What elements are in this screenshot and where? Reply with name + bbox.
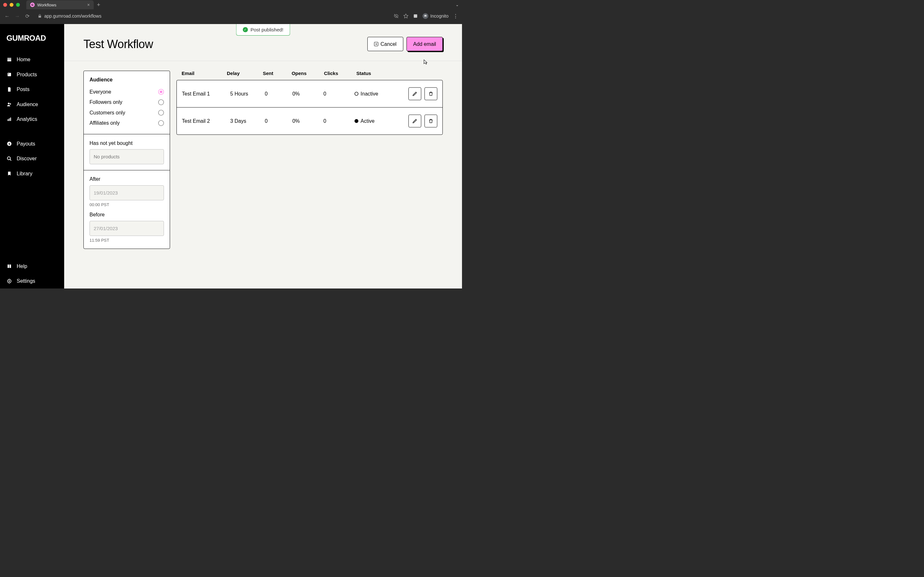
reload-button[interactable]: ⟳ <box>24 13 31 19</box>
tab-title: Workflows <box>37 2 57 7</box>
after-label: After <box>89 176 164 182</box>
forward-button[interactable]: → <box>14 13 21 19</box>
before-time-hint: 11:59 PST <box>89 238 164 243</box>
col-opens: Opens <box>292 71 324 76</box>
edit-button[interactable] <box>409 115 421 127</box>
sidebar-item-label: Settings <box>17 278 35 284</box>
url-text: app.gumroad.com/workflows <box>44 13 102 19</box>
cell-status: Active <box>355 118 396 124</box>
audience-option-affiliates[interactable]: Affiliates only <box>89 118 164 129</box>
cell-clicks: 0 <box>323 118 355 124</box>
sidebar-item-analytics[interactable]: Analytics <box>0 112 64 127</box>
cell-sent: 0 <box>265 91 292 97</box>
option-label: Affiliates only <box>89 120 120 126</box>
status-text: Active <box>360 118 375 124</box>
edit-button[interactable] <box>409 87 421 100</box>
tab-bar: G Workflows × + ⌄ <box>0 0 462 10</box>
emails-table: Email Delay Sent Opens Clicks Status Tes… <box>176 71 443 249</box>
x-icon: ✕ <box>374 42 378 46</box>
audience-option-customers[interactable]: Customers only <box>89 107 164 118</box>
svg-point-6 <box>8 73 9 74</box>
gear-icon <box>6 278 12 284</box>
radio-icon <box>158 99 164 105</box>
cancel-button[interactable]: ✕ Cancel <box>367 37 403 51</box>
sidebar-item-label: Help <box>17 263 27 269</box>
menu-icon[interactable]: ⋮ <box>453 13 458 19</box>
tabs-dropdown-icon[interactable]: ⌄ <box>456 3 459 7</box>
delete-button[interactable] <box>425 87 437 100</box>
cell-opens: 0% <box>292 91 323 97</box>
incognito-icon <box>423 13 428 19</box>
maximize-window-button[interactable] <box>16 3 20 7</box>
svg-point-14 <box>7 157 10 160</box>
option-label: Followers only <box>89 99 122 105</box>
status-text: Inactive <box>360 91 378 97</box>
sidebar-item-label: Home <box>17 57 31 63</box>
svg-rect-0 <box>414 15 417 18</box>
sidebar-item-audience[interactable]: Audience <box>0 97 64 112</box>
sidebar-item-label: Products <box>17 71 37 77</box>
eye-off-icon[interactable] <box>394 13 399 19</box>
sidebar-item-settings[interactable]: Settings <box>0 274 64 289</box>
page-title: Test Workflow <box>83 37 153 51</box>
col-status: Status <box>357 71 400 76</box>
before-date-input[interactable] <box>89 221 164 236</box>
before-label: Before <box>89 212 164 218</box>
svg-rect-11 <box>10 117 11 121</box>
incognito-badge[interactable]: Incognito <box>423 13 449 19</box>
sidebar-item-help[interactable]: Help <box>0 259 64 274</box>
window-controls <box>3 3 20 7</box>
close-window-button[interactable] <box>3 3 7 7</box>
sidebar-item-label: Payouts <box>17 141 35 147</box>
close-tab-icon[interactable]: × <box>87 2 90 7</box>
delete-button[interactable] <box>425 115 437 127</box>
col-email: Email <box>176 71 227 76</box>
sidebar-item-library[interactable]: Library <box>0 166 64 181</box>
cell-clicks: 0 <box>323 91 355 97</box>
svg-point-7 <box>8 103 9 104</box>
sidebar-item-home[interactable]: Home <box>0 52 64 67</box>
minimize-window-button[interactable] <box>10 3 13 7</box>
svg-rect-4 <box>7 59 11 61</box>
logo[interactable]: GUMROAD <box>0 31 64 52</box>
toast-notification: ✓ Post published! <box>236 24 290 35</box>
users-icon <box>6 101 12 107</box>
home-icon <box>6 57 12 63</box>
sidebar-item-products[interactable]: Products <box>0 67 64 82</box>
extensions-icon[interactable] <box>413 13 418 19</box>
document-icon <box>6 87 12 92</box>
col-clicks: Clicks <box>324 71 357 76</box>
status-dot-icon <box>355 92 359 96</box>
has-not-bought-input[interactable] <box>89 149 164 164</box>
cell-email: Test Email 1 <box>182 91 230 97</box>
option-label: Customers only <box>89 110 125 116</box>
sidebar-item-label: Posts <box>17 87 29 93</box>
table-row: Test Email 2 3 Days 0 0% 0 Active <box>177 108 443 135</box>
audience-option-followers[interactable]: Followers only <box>89 97 164 108</box>
bookmark-star-icon[interactable] <box>403 13 409 19</box>
svg-rect-10 <box>9 118 10 121</box>
button-label: Cancel <box>381 41 397 47</box>
svg-rect-3 <box>7 58 11 59</box>
cell-delay: 5 Hours <box>230 91 265 97</box>
search-icon <box>6 156 12 161</box>
after-date-input[interactable] <box>89 185 164 200</box>
audience-option-everyone[interactable]: Everyone <box>89 87 164 97</box>
sidebar-item-payouts[interactable]: $ Payouts <box>0 136 64 151</box>
browser-tab[interactable]: G Workflows × <box>26 0 94 9</box>
url-field[interactable]: app.gumroad.com/workflows <box>35 13 390 19</box>
sidebar-item-discover[interactable]: Discover <box>0 151 64 166</box>
svg-point-2 <box>426 16 427 17</box>
add-email-button[interactable]: Add email <box>407 37 443 51</box>
address-bar: ← → ⟳ app.gumroad.com/workflows Inc <box>0 10 462 23</box>
col-sent: Sent <box>263 71 292 76</box>
new-tab-button[interactable]: + <box>97 2 100 8</box>
sidebar: GUMROAD Home Products Posts Audience Ana… <box>0 24 64 288</box>
sidebar-item-posts[interactable]: Posts <box>0 82 64 97</box>
sidebar-item-label: Discover <box>17 156 37 162</box>
dollar-icon: $ <box>6 141 12 147</box>
check-icon: ✓ <box>243 27 248 32</box>
radio-icon <box>158 110 164 115</box>
book-icon <box>6 263 12 269</box>
back-button[interactable]: ← <box>4 13 10 19</box>
